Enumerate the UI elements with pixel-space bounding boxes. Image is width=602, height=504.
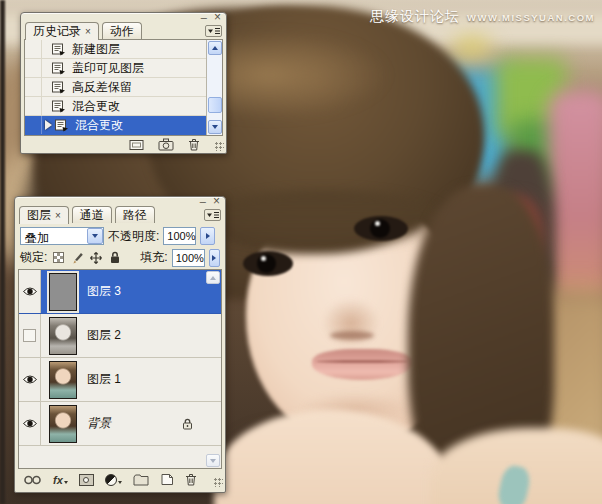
tab-history[interactable]: 历史记录 × [25, 22, 99, 40]
lock-all-icon[interactable] [108, 251, 122, 265]
history-source-checkbox[interactable] [25, 59, 42, 77]
tab-actions-label: 动作 [110, 23, 134, 40]
tab-paths[interactable]: 路径 [115, 206, 155, 223]
chevron-down-icon[interactable] [87, 228, 103, 244]
fill-label: 填充: [140, 249, 167, 266]
girl-nostril-shadow [330, 331, 374, 340]
tab-layers-label: 图层 [27, 207, 51, 224]
photo-left-edge [0, 0, 5, 504]
current-state-pointer-icon[interactable] [45, 120, 52, 130]
panel-menu-icon[interactable] [204, 209, 221, 221]
tab-close-icon[interactable]: × [55, 210, 61, 221]
girl-lips [312, 349, 412, 380]
history-list: 新建图层 盖印可见图层 高反差保留 [24, 39, 223, 136]
photoshop-workspace: 思缘设计论坛 WWW.MISSYUAN.COM – × 历史记录 × 动作 [0, 0, 602, 504]
delete-state-icon[interactable] [188, 138, 200, 151]
layers-panel: – × 图层 × 通道 路径 叠加 不透明度: [14, 196, 226, 493]
history-source-checkbox[interactable] [25, 40, 42, 58]
history-state-row[interactable]: 高反差保留 [25, 78, 206, 97]
new-layer-icon[interactable] [160, 473, 174, 486]
tab-paths-label: 路径 [123, 207, 147, 224]
scroll-up-icon[interactable] [208, 41, 222, 55]
scroll-down-icon[interactable] [206, 454, 220, 467]
lock-transparency-icon[interactable] [51, 251, 65, 265]
visibility-toggle[interactable] [19, 270, 41, 313]
link-layers-icon[interactable] [23, 475, 42, 485]
visibility-toggle[interactable] [19, 314, 41, 357]
eye-icon [22, 286, 38, 297]
lock-pixels-icon[interactable] [70, 251, 84, 265]
new-group-icon[interactable] [133, 474, 149, 486]
blend-mode-value: 叠加 [21, 228, 87, 244]
layer-style-icon[interactable]: fx [53, 474, 68, 486]
girl-left-eye [243, 251, 293, 276]
history-state-row-selected[interactable]: 混合更改 [25, 116, 206, 135]
history-source-checkbox[interactable] [25, 97, 42, 115]
new-document-from-state-icon[interactable] [129, 139, 144, 151]
panel-menu-icon[interactable] [205, 25, 222, 37]
scroll-up-icon[interactable] [206, 271, 220, 284]
layers-panel-titlebar: – × [15, 197, 225, 206]
tab-layers[interactable]: 图层 × [19, 206, 69, 224]
history-state-icon [51, 81, 66, 94]
history-panel: – × 历史记录 × 动作 新建图层 [20, 12, 227, 154]
photo-pink-wall [548, 90, 602, 304]
tab-history-label: 历史记录 [33, 23, 81, 40]
panel-resize-grip[interactable] [215, 142, 224, 151]
history-state-icon [51, 100, 66, 113]
history-state-label: 新建图层 [72, 41, 120, 58]
history-state-row[interactable]: 新建图层 [25, 40, 206, 59]
history-state-row[interactable]: 盖印可见图层 [25, 59, 206, 78]
blend-mode-select[interactable]: 叠加 [20, 227, 104, 245]
tab-actions[interactable]: 动作 [102, 22, 142, 39]
history-source-checkbox[interactable] [25, 116, 42, 134]
watermark-site-name: 思缘设计论坛 [370, 8, 460, 26]
tab-channels-label: 通道 [80, 207, 104, 224]
lock-fill-row: 锁定: 填充: 100% [15, 247, 225, 268]
history-source-checkbox[interactable] [25, 78, 42, 96]
history-panel-tabs: 历史记录 × 动作 [21, 22, 226, 39]
lock-position-icon[interactable] [89, 251, 103, 265]
layer-thumbnail[interactable] [49, 361, 77, 399]
layer-thumbnail[interactable] [49, 273, 77, 311]
history-state-icon [51, 62, 66, 75]
layer-lock-icon [182, 418, 193, 430]
opacity-slider-arrow-icon[interactable] [200, 227, 215, 245]
visibility-toggle[interactable] [19, 402, 41, 445]
layer-row[interactable]: 图层 1 [19, 358, 221, 402]
history-state-label: 混合更改 [75, 117, 123, 134]
add-layer-mask-icon[interactable] [79, 474, 94, 486]
fill-slider-arrow-icon[interactable] [209, 249, 220, 267]
layer-row-selected[interactable]: 图层 3 [19, 270, 221, 314]
new-snapshot-icon[interactable] [158, 138, 174, 151]
adjustment-layer-icon[interactable] [105, 474, 122, 486]
layers-footer-bar: fx [15, 470, 225, 489]
scrollbar-thumb[interactable] [208, 97, 222, 113]
layer-thumbnail[interactable] [49, 317, 77, 355]
panel-resize-grip[interactable] [214, 478, 223, 487]
layer-name[interactable]: 图层 2 [87, 327, 121, 344]
opacity-input[interactable]: 100% [163, 227, 196, 245]
delete-layer-icon[interactable] [185, 473, 197, 486]
eye-icon [22, 418, 38, 429]
layers-scrollbar[interactable] [205, 270, 221, 468]
layers-list: 图层 3 图层 2 图层 1 背景 [18, 269, 222, 469]
fill-input[interactable]: 100% [172, 249, 205, 267]
layer-row[interactable]: 图层 2 [19, 314, 221, 358]
layer-name[interactable]: 图层 3 [87, 283, 121, 300]
scroll-down-icon[interactable] [208, 120, 222, 134]
layer-thumbnail[interactable] [49, 405, 77, 443]
history-state-row[interactable]: 混合更改 [25, 97, 206, 116]
history-scrollbar[interactable] [206, 40, 222, 135]
tab-channels[interactable]: 通道 [72, 206, 112, 223]
history-state-icon [51, 43, 66, 56]
history-footer-bar [21, 136, 226, 153]
layers-panel-tabs: 图层 × 通道 路径 [15, 206, 225, 223]
tab-close-icon[interactable]: × [85, 26, 91, 37]
visibility-toggle[interactable] [19, 358, 41, 401]
layer-name[interactable]: 图层 1 [87, 371, 121, 388]
layer-row-background[interactable]: 背景 [19, 402, 221, 446]
empty-visibility-well[interactable] [23, 329, 36, 342]
watermark: 思缘设计论坛 WWW.MISSYUAN.COM [370, 8, 595, 26]
layer-name[interactable]: 背景 [87, 415, 111, 432]
